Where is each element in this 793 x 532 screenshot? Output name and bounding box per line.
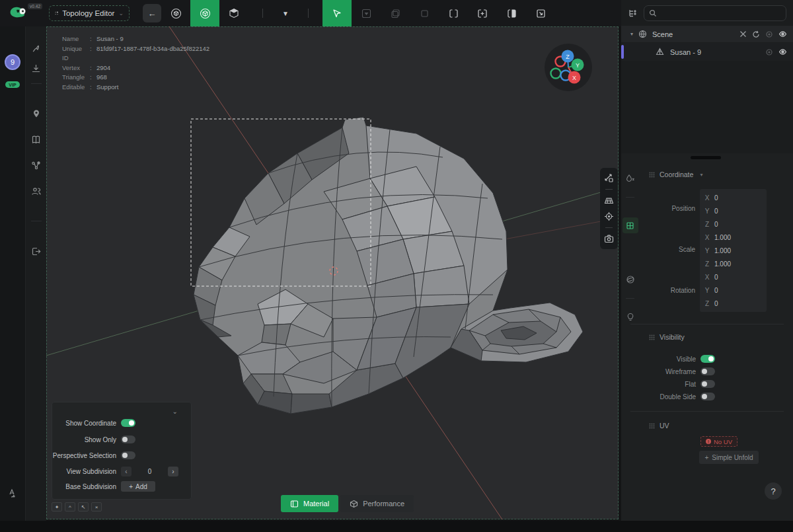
search-input[interactable] xyxy=(660,9,773,17)
caret-down-icon[interactable]: ▾ xyxy=(630,31,633,37)
node-graph-button[interactable] xyxy=(26,155,47,175)
show-coordinate-toggle[interactable] xyxy=(121,419,135,427)
shaded-cube-button[interactable] xyxy=(219,0,248,26)
orbit-view-button[interactable] xyxy=(161,0,190,26)
3d-viewport[interactable]: Name:Susan - 9 Unique ID:81fd9f17-1887-4… xyxy=(46,26,619,519)
rotation-z-input[interactable]: Z0 xyxy=(700,297,767,310)
show-only-toggle[interactable] xyxy=(121,436,135,443)
scale-y-input[interactable]: Y1.000 xyxy=(700,244,767,257)
ruler-icon xyxy=(604,173,614,183)
simple-unfold-button[interactable]: + Simple Unfold xyxy=(699,451,759,464)
scene-search[interactable] xyxy=(644,5,786,21)
rail-divider xyxy=(31,83,42,84)
scale-x-input[interactable]: X1.000 xyxy=(700,231,767,244)
flat-toggle[interactable] xyxy=(700,380,715,388)
hotkey-close-button[interactable]: × xyxy=(91,502,102,512)
vertex-mode-button[interactable]: ▼ xyxy=(271,0,300,26)
mode-selector-label: Topology Editor xyxy=(62,9,114,17)
right-panel: ▾ Scene Susan - 9 xyxy=(621,0,793,521)
focus-selected-button[interactable] xyxy=(604,211,614,221)
refresh-button[interactable] xyxy=(752,30,760,38)
library-button[interactable] xyxy=(26,130,47,149)
mode-selector[interactable]: Topology Editor ⌄ xyxy=(49,5,130,21)
light-props-button[interactable] xyxy=(623,309,638,325)
collapse-panel-button[interactable]: ⌄ xyxy=(172,408,178,415)
exit-button[interactable] xyxy=(26,241,47,261)
snapshot-button[interactable] xyxy=(604,234,614,244)
solid-cube-icon xyxy=(229,8,239,19)
grid-toggle-button[interactable] xyxy=(604,196,614,206)
extrude-tool-button[interactable] xyxy=(352,0,381,26)
tab-material[interactable]: Material xyxy=(281,495,338,512)
hotkey-ctrl-button[interactable]: ^ xyxy=(65,502,75,512)
avatar[interactable]: 9 xyxy=(5,54,20,70)
hierarchy-button[interactable] xyxy=(628,8,638,19)
material-icon xyxy=(290,500,299,508)
solid-view-button[interactable] xyxy=(190,0,219,26)
scale-z-input[interactable]: Z1.000 xyxy=(700,257,767,270)
cursor-icon xyxy=(332,8,342,19)
hotkey-hints: ✦ ^ ↖ × xyxy=(52,502,102,512)
select-tool-button[interactable] xyxy=(322,0,352,26)
rotation-x-input[interactable]: X0 xyxy=(700,270,767,284)
object-props-button[interactable] xyxy=(623,217,638,233)
add-base-subdivision-button[interactable]: +Add xyxy=(121,481,155,492)
bird-logo-icon xyxy=(8,3,28,23)
position-x-input[interactable]: X0 xyxy=(700,191,767,204)
scene-title: Scene xyxy=(652,30,673,38)
section-coordinate-header[interactable]: Coordinate ▾ xyxy=(649,171,702,178)
collapse-all-button[interactable] xyxy=(739,30,747,38)
visibility-button[interactable] xyxy=(778,30,787,38)
measure-tool-button[interactable] xyxy=(604,173,614,183)
section-visibility-header[interactable]: Visibility xyxy=(649,333,685,341)
info-row: Unique ID:81fd9f17-1887-478f-b34a-dba25f… xyxy=(62,44,209,63)
section-uv-header[interactable]: UV xyxy=(649,422,669,430)
option-row: Perspective Selection xyxy=(52,451,191,460)
scene-item-susan[interactable]: Susan - 9 xyxy=(621,43,793,61)
duplicate-tool-button[interactable] xyxy=(381,0,410,26)
import-button[interactable] xyxy=(26,58,47,78)
expand-view-button[interactable] xyxy=(526,0,555,26)
team-button[interactable] xyxy=(26,181,47,201)
pin-button[interactable] xyxy=(26,104,47,124)
split-view-button[interactable] xyxy=(439,0,468,26)
wireframe-toggle[interactable] xyxy=(700,367,715,375)
target-icon xyxy=(765,48,773,56)
hotkey-cmd-button[interactable]: ✦ xyxy=(52,502,62,512)
group-label-position: Position xyxy=(629,205,695,212)
rotation-y-input[interactable]: Y0 xyxy=(700,284,767,297)
double-side-toggle[interactable] xyxy=(700,393,715,400)
perspective-selection-toggle[interactable] xyxy=(121,451,135,459)
download-icon xyxy=(31,63,41,73)
locate-button[interactable] xyxy=(765,30,773,38)
view-gizmo[interactable]: Z Y X xyxy=(543,42,593,93)
hotkey-alt-button[interactable]: ↖ xyxy=(78,502,89,512)
translate-icon xyxy=(7,488,18,498)
panel-drag-handle[interactable] xyxy=(691,156,721,159)
tab-performance[interactable]: Performance xyxy=(340,495,414,512)
world-props-button[interactable] xyxy=(623,272,638,287)
gizmo-y[interactable]: Y xyxy=(572,59,584,71)
language-button[interactable] xyxy=(7,488,18,498)
material-props-button[interactable] xyxy=(623,171,638,186)
scene-panel-header xyxy=(621,0,793,26)
gizmo-x[interactable]: X xyxy=(568,71,581,84)
back-button[interactable]: ← xyxy=(143,4,161,22)
position-z-input[interactable]: Z0 xyxy=(700,217,767,231)
help-button[interactable]: ? xyxy=(765,482,782,500)
add-panel-button[interactable] xyxy=(468,0,497,26)
visible-toggle[interactable] xyxy=(700,355,715,363)
mesh-suzanne[interactable] xyxy=(194,117,583,414)
locate-object-button[interactable] xyxy=(765,48,773,56)
sculpt-tool-button[interactable] xyxy=(26,38,47,58)
object-visibility-button[interactable] xyxy=(778,48,787,56)
right-panel-button[interactable] xyxy=(497,0,526,26)
app-logo[interactable]: v0.42 xyxy=(8,3,40,23)
subdivision-increase-button[interactable]: › xyxy=(168,467,178,476)
box-triangle-icon xyxy=(361,9,371,19)
position-y-input[interactable]: Y0 xyxy=(700,204,767,217)
scene-root-row[interactable]: ▾ Scene xyxy=(621,26,793,42)
face-tool-button[interactable] xyxy=(410,0,439,26)
gizmo-z[interactable]: Z xyxy=(562,50,574,63)
subdivision-decrease-button[interactable]: ‹ xyxy=(121,467,132,476)
